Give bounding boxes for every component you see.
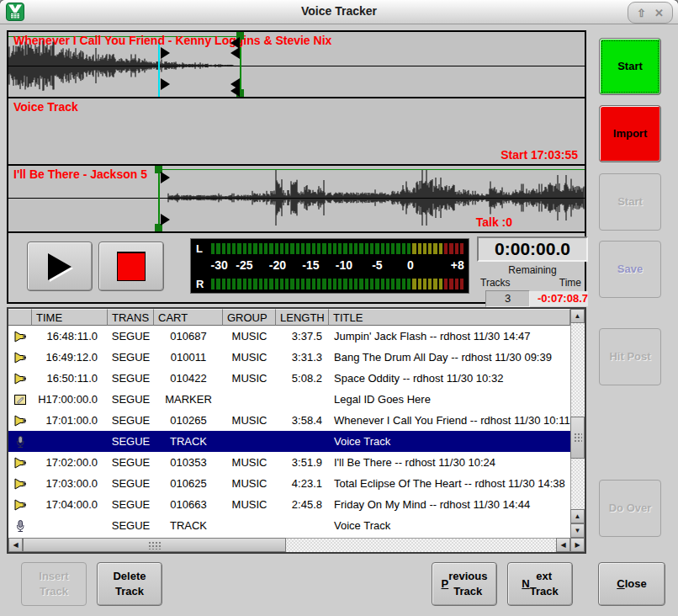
track1-fade-handle-lower[interactable] — [161, 78, 170, 90]
waveform-track-1[interactable]: Whenever I Call You Friend - Kenny Loggi… — [8, 32, 585, 98]
row-group — [223, 389, 276, 410]
track2-title: Voice Track — [13, 100, 78, 114]
column-header-time[interactable]: TIME — [32, 309, 108, 326]
meter-segment — [354, 279, 358, 289]
log-table-header: TIMETRANSCARTGROUPLENGTHTITLE — [8, 309, 570, 326]
meter-segment — [275, 279, 278, 289]
row-cart: 010625 — [154, 473, 223, 494]
column-header-title[interactable]: TITLE — [329, 309, 570, 326]
scroll-right-button[interactable]: ▶ — [570, 538, 585, 552]
meter-segment — [211, 279, 215, 289]
meter-segment — [418, 243, 421, 254]
meter-segment — [391, 279, 395, 289]
meter-scale-label: -10 — [336, 258, 352, 272]
start-button[interactable]: Start — [599, 38, 661, 95]
row-time: 17:01:00.0 — [32, 410, 108, 431]
meter-segment — [349, 243, 352, 254]
meter-segment — [227, 243, 230, 254]
next-track-button[interactable]: NextTrack — [507, 562, 573, 606]
scroll-left-button-2[interactable]: ◀ — [556, 538, 570, 552]
horizontal-scrollbar[interactable]: ◀ ◀ ▶ — [8, 538, 585, 552]
meter-segment — [386, 279, 389, 289]
log-row[interactable]: 17:04:00.0SEGUE010663MUSIC2:45.8Friday O… — [8, 494, 570, 515]
scroll-left-button[interactable]: ◀ — [8, 538, 23, 552]
meter-segment — [301, 279, 305, 289]
import-button[interactable]: Import — [599, 105, 661, 162]
remaining-time-label: Time — [559, 277, 581, 289]
track3-start-line[interactable] — [158, 166, 160, 231]
arrow-up-icon: ▲ — [575, 512, 581, 520]
meter-scale-label: -30 — [211, 258, 228, 272]
column-header-icon[interactable] — [8, 309, 32, 326]
delete-track-button[interactable]: DeleteTrack — [97, 562, 162, 606]
meter-segment — [433, 243, 437, 254]
vertical-scrollbar[interactable]: ▲ ▲ ▼ — [570, 309, 585, 538]
log-row[interactable]: 16:48:11.0SEGUE010687MUSIC3:37.5Jumpin' … — [8, 326, 570, 347]
remaining-label: Remaining — [477, 264, 588, 276]
log-row[interactable]: 17:03:00.0SEGUE010625MUSIC4:23.1Total Ec… — [8, 473, 570, 494]
scroll-up-button-2[interactable]: ▲ — [570, 509, 585, 523]
row-icon-cell — [8, 326, 32, 347]
titlebar[interactable]: Voice Tracker ⇧ ✕ — [0, 0, 678, 24]
close-window-icon[interactable]: ✕ — [654, 8, 664, 19]
track1-fade-handle-upper[interactable] — [161, 47, 170, 59]
meter-segment — [428, 243, 432, 254]
row-length: 3:51.9 — [276, 452, 329, 473]
meter-scale-label: +8 — [451, 258, 464, 272]
speaker-icon — [13, 351, 27, 364]
meter-segment — [444, 279, 448, 289]
remaining-tracks-value: 3 — [485, 290, 530, 307]
waveform-track-3[interactable]: I'll Be There - Jackson 5 Talk :0 — [8, 166, 585, 233]
meter-segment — [322, 279, 326, 289]
insert-track-button: InsertTrack — [21, 562, 87, 606]
log-row[interactable]: 16:49:12.0SEGUE010011MUSIC3:31.3Bang The… — [8, 347, 570, 368]
row-length — [276, 389, 329, 410]
track1-fadeout-handle-upper[interactable] — [230, 47, 240, 59]
row-time: 16:48:11.0 — [32, 326, 108, 347]
stop-button[interactable] — [98, 242, 164, 291]
play-button[interactable] — [27, 242, 93, 291]
row-trans: SEGUE — [108, 347, 154, 368]
column-header-cart[interactable]: CART — [154, 309, 223, 326]
row-length: 4:23.1 — [276, 473, 329, 494]
column-header-length[interactable]: LENGTH — [276, 309, 329, 326]
vu-meter: L -30-25-20-15-10-50+8 R — [190, 238, 469, 294]
close-button[interactable]: Close — [598, 562, 665, 606]
track1-end-marker-bottom[interactable] — [230, 85, 240, 97]
microphone-icon — [13, 435, 27, 449]
meter-segment — [381, 279, 384, 289]
meter-segment — [354, 243, 358, 254]
speaker-icon — [13, 498, 27, 512]
column-header-trans[interactable]: TRANS — [108, 309, 154, 326]
meter-segment — [285, 243, 289, 254]
meter-segment — [232, 243, 236, 254]
log-row[interactable]: H17:00:00.0SEGUEMARKERLegal ID Goes Here — [8, 389, 570, 410]
log-row-selected[interactable]: SEGUETRACKVoice Track — [8, 431, 570, 452]
previous-track-button[interactable]: PreviousTrack — [432, 562, 497, 606]
row-title: Voice Track — [329, 515, 570, 536]
vscroll-thumb[interactable] — [570, 417, 585, 459]
hscroll-thumb[interactable] — [23, 538, 286, 552]
meter-right-segments — [211, 279, 463, 289]
log-row[interactable]: 17:01:00.0SEGUE010265MUSIC3:58.4Whenever… — [8, 410, 570, 431]
column-header-group[interactable]: GROUP — [223, 309, 276, 326]
track3-start-marker-top[interactable] — [161, 172, 170, 183]
meter-segment — [222, 243, 225, 254]
meter-segment — [296, 279, 299, 289]
row-group: MUSIC — [223, 368, 276, 389]
meter-segment — [407, 279, 411, 289]
scroll-up-button[interactable]: ▲ — [570, 309, 585, 323]
scroll-down-button[interactable]: ▼ — [570, 523, 585, 538]
waveform-track-2[interactable]: Voice Track Start 17:03:55 — [8, 98, 585, 166]
log-row[interactable]: SEGUETRACKVoice Track — [8, 515, 570, 536]
track1-fade-line[interactable] — [158, 42, 160, 97]
log-row[interactable]: 17:02:00.0SEGUE010353MUSIC3:51.9I'll Be … — [8, 452, 570, 473]
meter-segment — [259, 279, 262, 289]
row-group: MUSIC — [223, 410, 276, 431]
log-row[interactable]: 16:50:11.0SEGUE010422MUSIC5:08.2Space Od… — [8, 368, 570, 389]
track3-start-marker-bottom[interactable] — [161, 214, 170, 226]
row-icon-cell — [8, 494, 32, 515]
shade-window-icon[interactable]: ⇧ — [637, 8, 646, 19]
row-cart: 010011 — [154, 347, 223, 368]
row-length — [276, 515, 329, 536]
